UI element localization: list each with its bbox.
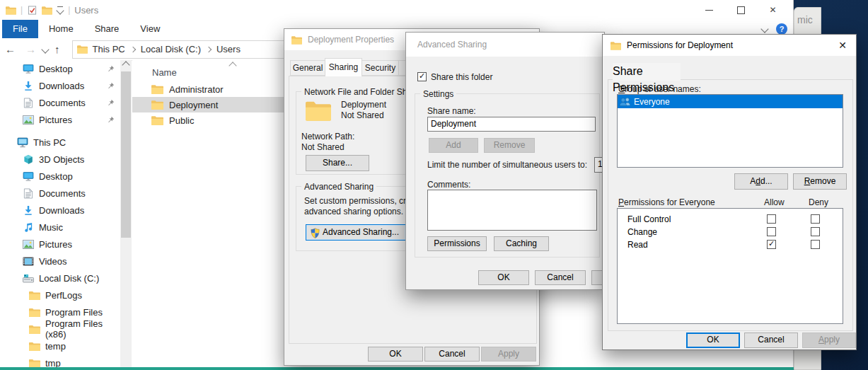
remove-button[interactable]: Remove [793,173,847,190]
share-button[interactable]: Share... [306,155,369,171]
apply-button[interactable]: Apply [481,347,536,362]
deny-checkbox[interactable] [811,214,820,224]
ribbon-tab[interactable]: View [129,20,170,38]
cancel-button[interactable]: Cancel [424,347,480,362]
tab-security[interactable]: Security [361,60,399,76]
scrollbar-thumb[interactable] [121,71,131,238]
cancel-button[interactable]: Cancel [744,333,798,348]
help-icon[interactable]: ? [776,23,787,35]
allow-checkbox[interactable] [767,227,776,236]
scroll-up-icon[interactable] [120,60,132,70]
sidebar-item[interactable]: PerfLogs [0,287,120,303]
share-this-folder-checkbox[interactable] [417,72,427,81]
sidebar-item[interactable]: temp [0,337,120,354]
explorer-titlebar[interactable]: | | Users ✕ [0,0,793,20]
ribbon-collapse-icon[interactable] [760,25,768,33]
forward-button[interactable]: → [25,43,36,55]
share-this-folder-label: Share this folder [431,72,492,82]
ok-button[interactable]: OK [478,270,529,285]
taskbar-edge [0,367,794,370]
people-icon [619,97,632,107]
breadcrumb-separator-icon [206,46,212,52]
ribbon-tab[interactable]: Home [38,20,84,38]
cancel-button[interactable]: Cancel [535,270,586,285]
advanced-sharing-button[interactable]: Advanced Sharing... [306,224,406,241]
sidebar-item[interactable]: tmp [0,354,120,367]
apply-button[interactable]: Apply [802,333,856,348]
breadcrumb-item[interactable]: This PC [88,44,130,54]
sidebar-item[interactable]: Videos [0,253,120,270]
remove-share-button[interactable]: Remove [484,138,535,153]
videos-icon [23,256,34,267]
sidebar-item-label: Desktop [39,64,73,74]
deny-checkbox[interactable] [811,227,820,236]
allow-checkbox[interactable] [767,214,776,224]
recent-locations-icon[interactable] [41,45,49,53]
sidebar-item[interactable]: Documents [0,185,120,202]
sidebar-item[interactable]: Desktop [0,168,120,185]
music-icon [23,222,34,233]
add-button[interactable]: Add... [734,173,788,190]
folder-icon [291,35,302,45]
sidebar-scrollbar[interactable] [120,60,132,367]
ok-button[interactable]: OK [368,347,423,362]
sidebar-item[interactable]: Pictures [0,236,120,253]
sidebar-item-label: Documents [39,98,86,108]
properties-check-icon[interactable] [27,6,37,15]
group-user-listbox[interactable]: Everyone [617,94,843,168]
caching-button[interactable]: Caching [494,236,549,251]
advanced-desc-line2: advanced sharing options. [304,207,403,216]
comments-textarea[interactable] [427,190,597,231]
close-icon[interactable]: ✕ [833,37,852,53]
folder-icon [151,84,163,94]
dialog-titlebar[interactable]: Advanced Sharing [406,33,604,57]
breadcrumb-item[interactable]: Local Disk (C:) [136,44,206,54]
folder-icon [29,341,40,352]
ok-button[interactable]: OK [686,333,740,348]
share-name-input[interactable]: Deployment [427,117,596,132]
sidebar-item[interactable]: Music [0,219,120,236]
add-share-button[interactable]: Add [429,138,478,153]
sidebar-item[interactable]: Desktop [0,60,120,77]
tab-sharing[interactable]: Sharing [325,58,362,76]
minimize-button[interactable] [693,0,725,20]
tab-share-permissions[interactable]: Share Permissions [613,63,681,81]
tab-general[interactable]: General [290,60,325,76]
sidebar-item[interactable]: 3D Objects [0,151,120,168]
sidebar-item[interactable]: Downloads [0,77,120,94]
folder-icon [151,100,163,110]
up-button[interactable]: ↑ [54,43,60,55]
network-path-label: Network Path: [301,132,354,141]
ribbon-tab[interactable]: Share [84,20,130,38]
maximize-button[interactable] [725,0,757,20]
allow-header: Allow [764,197,785,207]
new-folder-icon[interactable] [42,6,52,15]
share-name-label: Share name: [427,106,476,116]
permission-name: Full Control [627,214,671,224]
allow-checkbox[interactable] [767,240,776,249]
dialog-titlebar[interactable]: Permissions for Deployment [603,35,856,56]
sidebar-item[interactable]: Documents [0,94,120,111]
close-button[interactable]: ✕ [757,0,789,20]
downloads-icon [23,205,34,216]
ribbon-tab[interactable]: File [2,20,38,38]
permissions-button[interactable]: Permissions [427,236,487,251]
sidebar-item-label: Desktop [39,171,73,182]
folder-icon [611,41,621,50]
sidebar-item[interactable]: This PC [0,134,120,151]
desktop-icon [23,171,34,182]
divider: | [21,5,23,15]
folder-icon [6,6,16,15]
group-name: Everyone [634,97,670,107]
qat-dropdown-icon[interactable] [57,6,64,13]
shared-item-name: Deployment [341,100,386,110]
back-button[interactable]: ← [5,43,16,55]
deny-checkbox[interactable] [811,240,820,249]
sidebar-item[interactable]: Downloads [0,202,120,219]
sidebar-item[interactable]: Pictures [0,111,120,128]
sidebar-item-label: Music [39,222,63,233]
group-row[interactable]: Everyone [618,95,843,108]
breadcrumb-item[interactable]: Users [212,44,245,54]
sidebar-item[interactable]: Program Files (x86) [0,320,120,337]
sidebar-item[interactable]: Local Disk (C:) [0,270,120,287]
